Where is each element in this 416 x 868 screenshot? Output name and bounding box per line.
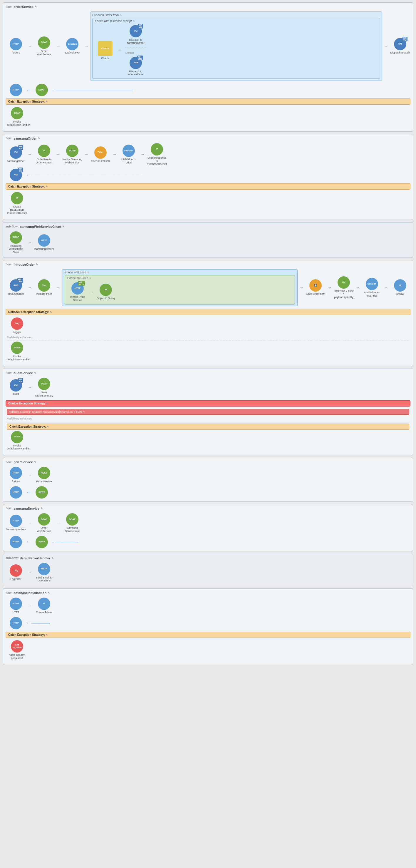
flow-header: flow: databaseInitialisation ✎	[6, 591, 410, 595]
flow-databaseinitialisation: flow: databaseInitialisation ✎ HTTP HTTP…	[3, 588, 413, 664]
node-label: Invoke defaultErrorHandler	[7, 444, 27, 451]
node-samsung-ws-client[interactable]: SOAP Samsung Webservice Client	[6, 231, 26, 254]
node-choice[interactable]: Choice Choice	[95, 41, 116, 60]
node-samsung-return-vm[interactable]: MRVM VM	[6, 169, 26, 181]
node-label: Dispatch to audit	[390, 51, 410, 54]
node-samsung-service-http[interactable]: HTTP /samsung/orders	[6, 515, 26, 531]
node-invoke-default-error2[interactable]: SOAP Invoke defaultErrorHandler	[7, 431, 27, 451]
edit-icon[interactable]: ✎	[83, 410, 85, 413]
node-send-email[interactable]: HTTP Send Email to Operations	[34, 563, 54, 583]
edit-icon[interactable]: ✎	[45, 185, 48, 188]
edit-icon[interactable]: ✎	[132, 20, 135, 23]
node-order-webservice[interactable]: SOAP Order WebService	[34, 36, 54, 56]
node-save-order-summary[interactable]: SOAP Save OrderSummary	[34, 378, 54, 397]
node-return-soap[interactable]: SOAP	[31, 84, 52, 96]
edit-icon[interactable]: ✎	[35, 5, 37, 8]
node-icon-session: Session	[123, 145, 135, 157]
node-default-error-handler[interactable]: SOAP Invoke defaultErrorHandler	[7, 107, 27, 127]
node-orders-http[interactable]: HTTP /orders	[6, 38, 26, 54]
node-set-payload[interactable]: SetPayload 'table already populated'	[7, 640, 27, 660]
node-save-order[interactable]: 💾 Save Order Item	[305, 279, 326, 296]
node-filter-200ok[interactable]: Filter Filter on 200 OK	[90, 146, 111, 163]
node-invoke-price[interactable]: MRHTTP HTTP Invoke Price Service	[67, 282, 88, 302]
node-price-service-rest[interactable]: REST Price Service	[34, 467, 54, 483]
node-icon-http: MRHTTP HTTP	[71, 282, 84, 294]
node-invoke-default-error[interactable]: SOAP Invoke defaultErrorHandler	[7, 342, 27, 361]
node-inhouse-order-jms[interactable]: MRJMS JMS inhouseOrder	[6, 279, 26, 296]
node-samsung-service-impl[interactable]: SOAP Samsung Service Impl	[62, 513, 83, 533]
flow-inhouseorder: flow: inhouseOrder ✎ MRJMS JMS inhouseOr…	[3, 260, 413, 366]
flow-type: flow:	[6, 507, 12, 510]
node-label: Samsung Service Impl	[62, 526, 83, 533]
node-order-response[interactable]: ⇌ OrderResponse to PurchaseReceipt	[147, 143, 167, 166]
node-samsung-orders-http[interactable]: HTTP /samsung/orders	[34, 234, 54, 251]
node-price-return-http[interactable]: HTTP	[6, 486, 26, 498]
edit-icon[interactable]: ✎	[36, 263, 38, 266]
node-total-value-session[interactable]: Session totalValue += totalPrice	[362, 278, 382, 298]
catch-exception-box: Catch Exception Strategy: ✎	[6, 183, 410, 190]
edit-icon[interactable]: ✎	[89, 277, 91, 280]
redelivery-text: Redelivery exhausted	[7, 416, 409, 421]
arrow: →	[84, 44, 89, 49]
exception-content: SetPayload 'table already populated'	[6, 638, 410, 662]
node-samsung-order-vm[interactable]: MRVM VM samsungOrder	[6, 146, 26, 163]
node-total-price-calc[interactable]: Var totalPrice = price * payload.quantit…	[333, 276, 354, 299]
node-invoke-samsung-ws[interactable]: SOAP Invoke Samsung WebService	[62, 145, 83, 164]
arrow: →	[28, 570, 32, 575]
node-label: Logger	[13, 331, 21, 334]
node-db-return-http[interactable]: HTTP	[6, 617, 26, 629]
flow-header: sub-flow: defaultErrorHandler ✎	[6, 556, 410, 560]
node-price-return-rest[interactable]: REST	[31, 486, 52, 498]
edit-icon[interactable]: ✎	[45, 633, 48, 637]
node-dispatch-inhouse[interactable]: MRJMS JMS Dispatch to inhouseOrder	[125, 57, 146, 76]
node-icon-soap: SOAP	[10, 231, 22, 244]
node-samsung-svc-return-http[interactable]: HTTP	[6, 536, 26, 548]
back-arrow-row: MRVM VM ← ──────────────────────────────…	[6, 168, 410, 182]
node-db-init-http[interactable]: HTTP HTTP	[6, 597, 26, 614]
node-label: OrderItem to OrderRequest	[34, 158, 54, 164]
exception-content: SOAP Invoke defaultErrorHandler	[6, 105, 410, 129]
node-dispatch-audit[interactable]: MRVM VM Dispatch to audit	[390, 38, 410, 54]
node-label: inhouseOrder	[8, 292, 24, 296]
node-label: Object to String	[97, 297, 115, 300]
node-audit-vm[interactable]: MRVM VM audit	[6, 379, 26, 396]
node-samsung-svc-return-soap[interactable]: SOAP	[31, 536, 52, 548]
node-order-item-transform[interactable]: ⇌ OrderItem to OrderRequest	[34, 145, 54, 164]
edit-icon[interactable]: ✎	[46, 402, 49, 405]
edit-icon[interactable]: ✎	[34, 372, 36, 374]
arrow: →	[28, 240, 32, 245]
node-logger[interactable]: Log Logger	[7, 317, 27, 334]
flow-auditservice: flow: auditService ✎ MRVM VM audit → SOA…	[3, 369, 413, 455]
edit-icon[interactable]: ✎	[50, 311, 52, 314]
node-dispatch-samsung[interactable]: MRVM VM Dispatch to samsungOrder	[125, 25, 146, 45]
edit-icon[interactable]: ✎	[87, 271, 89, 274]
badge: MRVM	[18, 378, 23, 383]
node-icon-vm: MRVM VM	[130, 25, 142, 37]
node-create-tables[interactable]: G Create Tables	[34, 597, 54, 614]
edit-icon[interactable]: ✎	[34, 461, 36, 464]
cache-nodes: MRHTTP HTTP Invoke Price Service → ⇌ Obj…	[67, 281, 292, 303]
exception-label: Catch Exception Strategy:	[8, 633, 45, 637]
node-session-total[interactable]: Session totalValue += price	[118, 145, 139, 164]
node-session-totalvalue[interactable]: Session totalValue=0	[62, 38, 83, 54]
edit-icon[interactable]: ✎	[38, 137, 40, 140]
edit-icon[interactable]: ✎	[47, 591, 50, 594]
back-arrow: ←	[26, 620, 31, 626]
edit-icon[interactable]: ✎	[45, 100, 48, 103]
divider	[7, 422, 409, 423]
edit-icon[interactable]: ✎	[62, 225, 65, 228]
node-obj-to-string[interactable]: ⇌ Object to String	[95, 284, 116, 300]
node-variable-init[interactable]: Var Initialise Price	[34, 279, 54, 296]
node-groovy[interactable]: G Groovy	[390, 279, 410, 296]
node-price-http[interactable]: HTTP /prices	[6, 467, 26, 483]
edit-icon[interactable]: ✎	[52, 557, 54, 560]
node-samsung-order-ws[interactable]: SOAP Order WebService	[34, 513, 54, 533]
node-return-http[interactable]: HTTP	[6, 84, 26, 96]
edit-icon[interactable]: ✎	[47, 425, 49, 428]
edit-icon[interactable]: ✎	[40, 507, 43, 510]
node-log-error[interactable]: Log Log Error	[6, 564, 26, 581]
node-create-rejected[interactable]: ⇌ Create REJECTED PurchaseReceipt	[7, 192, 27, 215]
node-icon-http: HTTP	[10, 515, 22, 527]
edit-icon[interactable]: ✎	[120, 14, 122, 17]
node-label: totalValue=0	[65, 51, 79, 54]
